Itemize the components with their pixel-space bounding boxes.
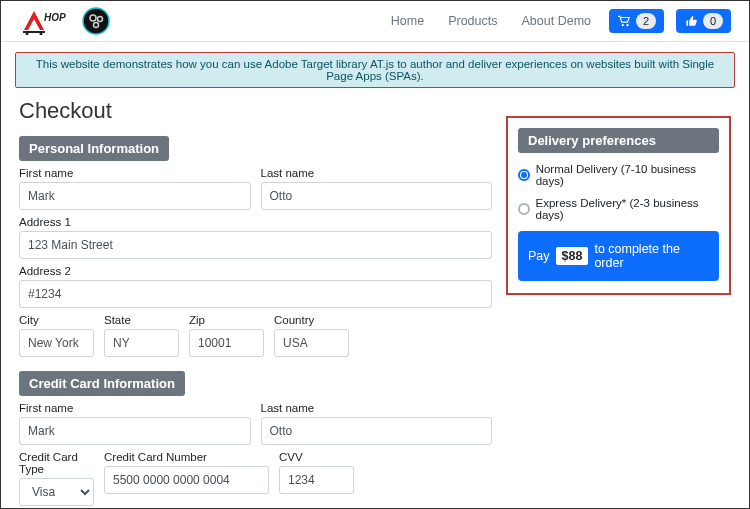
label-country: Country bbox=[274, 314, 349, 326]
cc-number-field[interactable] bbox=[104, 466, 269, 494]
zip-field[interactable] bbox=[189, 329, 264, 357]
cart-count-badge: 2 bbox=[636, 13, 656, 29]
delivery-option-normal-label: Normal Delivery (7-10 business days) bbox=[536, 163, 719, 187]
label-last-name: Last name bbox=[261, 167, 493, 179]
delivery-option-express-label: Express Delivery* (2-3 business days) bbox=[536, 197, 719, 221]
label-cc-first-name: First name bbox=[19, 402, 251, 414]
nav-products[interactable]: Products bbox=[442, 10, 503, 32]
pay-button[interactable]: Pay $88 to complete the order bbox=[518, 231, 719, 281]
cc-type-select[interactable]: Visa bbox=[19, 478, 94, 506]
nav-home[interactable]: Home bbox=[385, 10, 430, 32]
section-header-personal: Personal Information bbox=[19, 136, 169, 161]
delivery-option-express[interactable]: Express Delivery* (2-3 business days) bbox=[518, 197, 719, 221]
thumbs-up-icon bbox=[684, 15, 698, 27]
delivery-preferences-box: Delivery preferences Normal Delivery (7-… bbox=[506, 116, 731, 295]
svg-point-9 bbox=[626, 24, 628, 26]
cc-first-name-field[interactable] bbox=[19, 417, 251, 445]
section-credit-card: Credit Card Information First name Last … bbox=[19, 371, 492, 506]
label-address2: Address 2 bbox=[19, 265, 492, 277]
pay-amount: $88 bbox=[556, 247, 589, 265]
last-name-field[interactable] bbox=[261, 182, 493, 210]
delivery-option-normal[interactable]: Normal Delivery (7-10 business days) bbox=[518, 163, 719, 187]
cvv-field[interactable] bbox=[279, 466, 354, 494]
address1-field[interactable] bbox=[19, 231, 492, 259]
first-name-field[interactable] bbox=[19, 182, 251, 210]
radio-checked-icon bbox=[518, 169, 530, 181]
city-field[interactable] bbox=[19, 329, 94, 357]
label-address1: Address 1 bbox=[19, 216, 492, 228]
label-cc-last-name: Last name bbox=[261, 402, 493, 414]
label-first-name: First name bbox=[19, 167, 251, 179]
label-state: State bbox=[104, 314, 179, 326]
page-title: Checkout bbox=[19, 98, 492, 124]
country-field[interactable] bbox=[274, 329, 349, 357]
svg-point-8 bbox=[622, 24, 624, 26]
svg-point-4 bbox=[83, 8, 109, 34]
site-logo[interactable]: HOP bbox=[19, 7, 110, 35]
navbar: HOP Home Products About Demo 2 bbox=[1, 1, 749, 42]
likes-count-badge: 0 bbox=[703, 13, 723, 29]
nav-about[interactable]: About Demo bbox=[516, 10, 597, 32]
label-zip: Zip bbox=[189, 314, 264, 326]
label-cc-number: Credit Card Number bbox=[104, 451, 269, 463]
logo-wordmark: HOP bbox=[19, 7, 79, 35]
cc-last-name-field[interactable] bbox=[261, 417, 493, 445]
radio-unchecked-icon bbox=[518, 203, 530, 215]
label-cvv: CVV bbox=[279, 451, 354, 463]
spa-gears-icon bbox=[82, 7, 110, 35]
section-header-delivery: Delivery preferences bbox=[518, 128, 719, 153]
section-header-credit: Credit Card Information bbox=[19, 371, 185, 396]
pay-prefix: Pay bbox=[528, 249, 550, 263]
label-city: City bbox=[19, 314, 94, 326]
state-field[interactable] bbox=[104, 329, 179, 357]
pay-suffix: to complete the order bbox=[594, 242, 709, 270]
cart-button[interactable]: 2 bbox=[609, 9, 664, 33]
address2-field[interactable] bbox=[19, 280, 492, 308]
cart-icon bbox=[617, 15, 631, 27]
label-cc-type: Credit Card Type bbox=[19, 451, 94, 475]
svg-text:HOP: HOP bbox=[44, 12, 66, 23]
likes-button[interactable]: 0 bbox=[676, 9, 731, 33]
section-personal: Personal Information First name Last nam… bbox=[19, 136, 492, 357]
demo-notice: This website demonstrates how you can us… bbox=[15, 52, 735, 88]
